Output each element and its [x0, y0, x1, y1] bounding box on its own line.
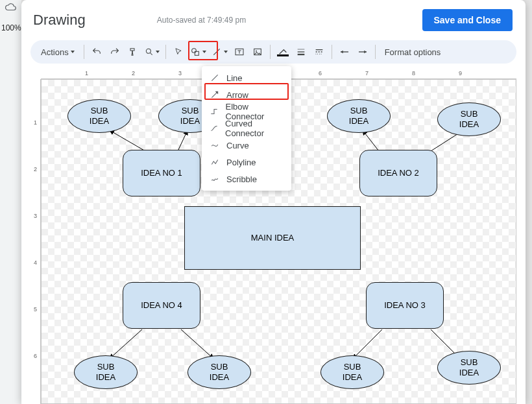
toolbar-separator	[375, 45, 376, 59]
shape-sub-idea[interactable]: SUB IDEA	[437, 102, 501, 136]
cloud-saved-icon	[5, 1, 16, 15]
shape-idea-2[interactable]: IDEA NO 2	[359, 150, 437, 196]
toolbar-separator	[165, 45, 166, 59]
line-color-button[interactable]	[274, 43, 291, 61]
curve-icon	[210, 141, 220, 150]
polyline-icon	[210, 158, 220, 167]
caret-down-icon	[202, 51, 206, 53]
dialog-header: Drawing Auto-saved at 7:49:49 pm Save an…	[21, 0, 526, 40]
ruler-tick: 6	[34, 353, 37, 359]
svg-point-0	[146, 49, 151, 53]
line-option-arrow[interactable]: Arrow	[202, 86, 291, 103]
dialog-title: Drawing	[33, 12, 86, 29]
shape-sub-idea[interactable]: SUB IDEA	[320, 355, 384, 389]
line-option-polyline[interactable]: Polyline	[202, 154, 291, 171]
scribble-icon	[210, 174, 220, 184]
shape-idea-4[interactable]: IDEA NO 4	[123, 282, 200, 329]
toolbar-separator	[332, 45, 332, 59]
actions-label: Actions	[41, 47, 69, 57]
line-option-curve[interactable]: Curve	[202, 137, 291, 154]
ruler-tick: 3	[34, 213, 37, 219]
svg-line-8	[363, 130, 379, 151]
drawing-dialog: Drawing Auto-saved at 7:49:49 pm Save an…	[21, 0, 526, 404]
save-and-close-button[interactable]: Save and Close	[422, 9, 513, 31]
caret-down-icon	[71, 51, 75, 53]
line-option-curved[interactable]: Curved Connector	[202, 120, 291, 137]
format-options-button[interactable]: Format options	[380, 43, 446, 61]
undo-button[interactable]	[88, 43, 105, 61]
shape-sub-idea[interactable]: SUB IDEA	[67, 99, 131, 133]
svg-line-7	[178, 130, 187, 151]
ruler-tick: 5	[34, 306, 37, 313]
curved-connector-icon	[210, 124, 219, 133]
zoom-button[interactable]	[143, 43, 162, 61]
svg-point-5	[256, 51, 257, 52]
paint-format-button[interactable]	[125, 43, 141, 61]
elbow-connector-icon	[210, 107, 219, 116]
format-options-label: Format options	[385, 47, 441, 57]
line-tool-button[interactable]	[210, 43, 230, 61]
toolbar-separator	[270, 45, 271, 59]
docs-background-sidebar: 100%	[0, 0, 21, 404]
shape-main-idea[interactable]: MAIN IDEA	[184, 206, 361, 270]
zoom-label: 100%	[1, 23, 21, 32]
caret-down-icon	[156, 51, 160, 53]
text-box-button[interactable]	[231, 43, 248, 61]
line-option-elbow[interactable]: Elbow Connector	[202, 103, 291, 120]
drawing-toolbar: Actions Format options	[30, 40, 516, 64]
shape-sub-idea[interactable]: SUB IDEA	[327, 99, 391, 133]
shape-tool-button[interactable]	[188, 43, 208, 61]
actions-menu-button[interactable]: Actions	[36, 43, 80, 61]
ruler-tick: 6	[319, 70, 322, 77]
ruler-tick: 3	[178, 70, 182, 77]
toolbar-separator	[84, 45, 84, 59]
line-dash-button[interactable]	[311, 43, 328, 61]
shape-sub-idea[interactable]: SUB IDEA	[437, 351, 501, 385]
vertical-ruler: 1 2 3 4 5 6	[30, 79, 41, 404]
shape-idea-1[interactable]: IDEA NO 1	[123, 150, 200, 196]
arrow-icon	[210, 90, 220, 99]
line-start-button[interactable]	[336, 43, 353, 61]
line-color-swatch	[277, 54, 289, 56]
svg-line-10	[110, 329, 142, 359]
line-option-scribble[interactable]: Scribble	[202, 171, 291, 187]
line-icon	[210, 73, 220, 82]
ruler-tick: 7	[365, 70, 369, 77]
ruler-tick: 2	[132, 70, 135, 77]
caret-down-icon	[224, 51, 228, 53]
image-button[interactable]	[249, 43, 266, 61]
autosave-status: Auto-saved at 7:49:49 pm	[157, 16, 422, 25]
line-end-button[interactable]	[354, 43, 371, 61]
shape-sub-idea[interactable]: SUB IDEA	[187, 355, 251, 389]
line-weight-button[interactable]	[293, 43, 309, 61]
redo-button[interactable]	[106, 43, 123, 61]
svg-line-12	[353, 329, 382, 359]
svg-line-6	[110, 130, 145, 151]
ruler-tick: 1	[85, 70, 88, 77]
ruler-tick: 1	[34, 119, 37, 126]
ruler-tick: 8	[412, 70, 415, 77]
ruler-tick: 9	[459, 70, 462, 77]
ruler-tick: 4	[34, 259, 37, 266]
svg-line-11	[181, 329, 213, 359]
select-tool-button[interactable]	[170, 43, 187, 61]
svg-point-1	[191, 49, 196, 53]
line-type-dropdown: Line Arrow Elbow Connector Curved Connec…	[202, 66, 291, 191]
ruler-tick: 2	[34, 166, 37, 172]
shape-sub-idea[interactable]: SUB IDEA	[74, 355, 138, 389]
shape-idea-3[interactable]: IDEA NO 3	[366, 282, 444, 329]
line-option-line[interactable]: Line	[202, 69, 291, 86]
